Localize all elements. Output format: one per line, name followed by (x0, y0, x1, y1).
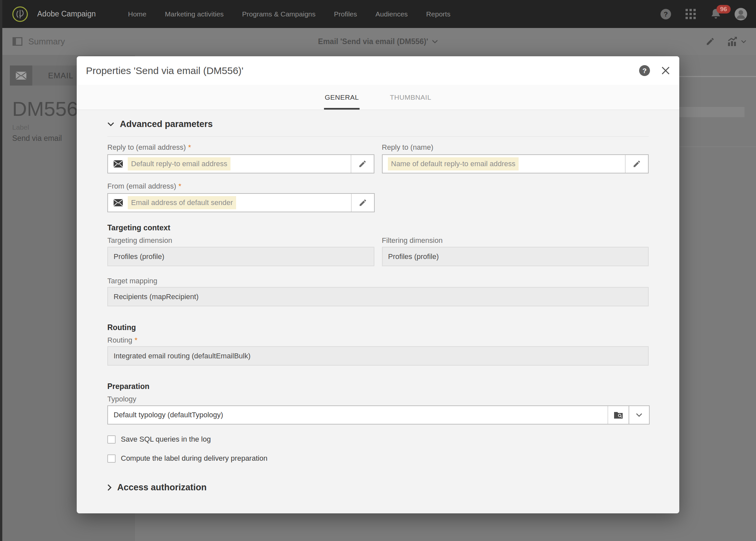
chevron-down-icon (741, 40, 746, 43)
save-sql-queries-label: Save SQL queries in the log (121, 435, 211, 444)
edit-pencil-button[interactable] (625, 155, 648, 173)
section-divider (107, 136, 649, 137)
target-mapping-value: Recipients (mapRecipient) (107, 287, 649, 306)
record-label-value: Send via email (12, 134, 62, 143)
brand-name: Adobe Campaign (37, 10, 96, 18)
nav-item-programs-campaigns[interactable]: Programs & Campaigns (242, 10, 315, 18)
properties-modal: Properties 'Send via email (DM556)' ? GE… (77, 56, 679, 513)
modal-header-actions: ? (639, 65, 670, 76)
from-email-label-text: From (email address) (107, 182, 176, 190)
tab-thumbnail[interactable]: THUMBNAIL (390, 85, 431, 110)
modal-header: Properties 'Send via email (DM556)' ? (77, 56, 679, 85)
typology-label: Typology (107, 395, 649, 403)
filtering-dimension-value: Profiles (profile) (382, 247, 649, 266)
from-email-label: From (email address)* (107, 182, 375, 191)
access-authorization-title: Access authorization (117, 482, 207, 493)
user-avatar[interactable] (734, 8, 747, 21)
browse-typology-button[interactable] (607, 406, 629, 424)
screen: Adobe Campaign Home Marketing activities… (0, 0, 756, 541)
required-marker: * (178, 182, 181, 190)
reports-shortcut (727, 37, 746, 46)
nav-item-home[interactable]: Home (128, 10, 147, 18)
edit-pencil-button[interactable] (351, 155, 374, 173)
layout-icon (13, 37, 22, 46)
email-tab-icon-box (10, 66, 32, 86)
reply-to-email-input[interactable]: Default reply-to email address (107, 154, 374, 174)
reply-to-name-input[interactable]: Name of default reply-to email address (382, 154, 649, 174)
routing-heading: Routing (107, 323, 649, 332)
advanced-parameters-title: Advanced parameters (120, 119, 213, 130)
envelope-icon (113, 199, 123, 207)
target-mapping-label: Target mapping (107, 277, 649, 285)
filtering-dimension-label: Filtering dimension (382, 236, 649, 245)
access-authorization-toggle[interactable]: Access authorization (107, 482, 649, 493)
modal-title: Properties 'Send via email (DM556)' (86, 65, 243, 76)
nav-item-marketing-activities[interactable]: Marketing activities (165, 10, 224, 18)
typology-select[interactable]: Default typology (defaultTypology) (107, 405, 650, 424)
modal-content: Advanced parameters Reply to (email addr… (77, 119, 679, 493)
targeting-context-heading: Targeting context (107, 224, 649, 232)
pencil-icon (358, 160, 367, 168)
app-grid-icon[interactable] (684, 8, 697, 21)
from-email-input[interactable]: Email address of default sender (107, 193, 375, 212)
targeting-dimension-value: Profiles (profile) (107, 247, 374, 266)
main-menu: Home Marketing activities Programs & Cam… (128, 10, 450, 18)
adobe-campaign-logo[interactable]: Adobe Campaign (12, 6, 96, 23)
summary-actions (706, 28, 746, 55)
background-artifact-band (679, 107, 744, 117)
reply-to-email-placeholder: Default reply-to email address (128, 157, 230, 171)
avatar-icon (734, 8, 747, 21)
reply-to-name-label-text: Reply to (name) (382, 143, 434, 151)
grid-icon (685, 9, 696, 20)
chevron-down-icon (636, 413, 642, 417)
summary-bar: Summary Email 'Send via email (DM556)' (0, 28, 756, 55)
compute-label-checkbox-row[interactable]: Compute the label during delivery prepar… (107, 454, 649, 463)
svg-text:?: ? (664, 10, 668, 18)
summary-section: Summary (13, 28, 65, 55)
envelope-icon (15, 71, 27, 80)
chevron-down-icon (107, 122, 114, 126)
typology-dropdown-button[interactable] (629, 406, 649, 424)
background-artifact-line (679, 147, 756, 147)
navbar-actions: ? 96 (659, 0, 747, 28)
chevron-right-icon (107, 484, 112, 491)
edit-pencil-button[interactable] (351, 194, 374, 212)
close-icon[interactable] (661, 66, 670, 75)
folder-search-icon (614, 411, 623, 419)
pencil-icon (633, 160, 641, 168)
nav-item-reports[interactable]: Reports (426, 10, 450, 18)
tab-general[interactable]: GENERAL (325, 85, 359, 110)
targeting-dimension-label: Targeting dimension (107, 236, 374, 245)
save-sql-queries-checkbox[interactable] (107, 435, 116, 444)
routing-value: Integrated email routing (defaultEmailBu… (107, 346, 649, 365)
save-sql-queries-checkbox-row[interactable]: Save SQL queries in the log (107, 435, 649, 444)
help-icon[interactable]: ? (659, 8, 672, 21)
reply-to-name-placeholder: Name of default reply-to email address (388, 157, 519, 171)
notification-badge: 96 (716, 5, 731, 14)
edit-pencil-icon (706, 37, 715, 46)
reply-to-email-label-text: Reply to (email address) (107, 143, 186, 151)
preparation-heading: Preparation (107, 382, 649, 391)
from-email-placeholder: Email address of default sender (128, 196, 236, 209)
top-navbar: Adobe Campaign Home Marketing activities… (0, 0, 756, 28)
context-title-text: Email 'Send via email (DM556)' (318, 37, 428, 46)
window-edge-strip (0, 0, 2, 541)
help-circle-icon: ? (660, 8, 672, 20)
modal-help-icon[interactable]: ? (639, 65, 650, 76)
summary-label: Summary (28, 37, 65, 47)
adobe-campaign-logo-icon (12, 6, 29, 23)
advanced-parameters-toggle[interactable]: Advanced parameters (107, 119, 649, 130)
nav-item-audiences[interactable]: Audiences (375, 10, 408, 18)
required-marker: * (188, 143, 191, 151)
compute-label-label: Compute the label during delivery prepar… (121, 454, 267, 463)
envelope-icon (113, 160, 123, 168)
reply-to-name-label: Reply to (name) (382, 143, 649, 152)
routing-label: Routing* (107, 336, 649, 344)
notifications-bell[interactable]: 96 (709, 8, 722, 21)
pencil-icon (359, 199, 367, 207)
modal-tab-strip: GENERAL THUMBNAIL (77, 85, 679, 110)
nav-item-profiles[interactable]: Profiles (334, 10, 357, 18)
reply-to-email-label: Reply to (email address)* (107, 143, 374, 152)
compute-label-checkbox[interactable] (107, 454, 116, 463)
typology-value: Default typology (defaultTypology) (108, 406, 607, 424)
